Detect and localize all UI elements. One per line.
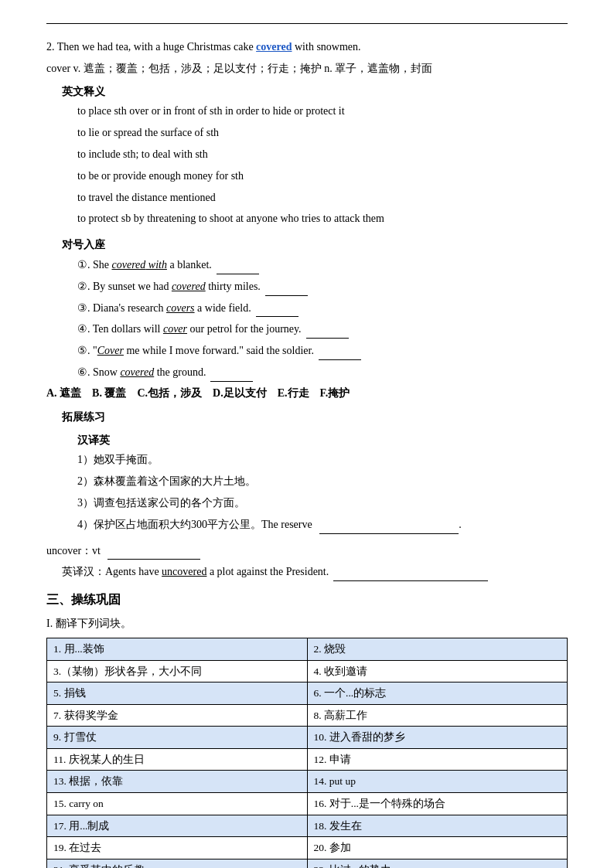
pairing-item-6: ⑥. Snow covered the ground. <box>77 363 568 382</box>
cover-definition-block: cover v. 遮盖；覆盖；包括，涉及；足以支付；行走；掩护 n. 罩子，遮盖… <box>46 60 568 228</box>
table-cell-right-6: 14. put up <box>307 771 568 793</box>
top-divider <box>46 23 568 24</box>
def-6: to protect sb by threatening to shoot at… <box>77 209 568 228</box>
table-cell-left-0: 1. 用...装饰 <box>47 638 308 660</box>
page: 2. Then we had tea, with a huge Christma… <box>0 0 614 868</box>
table-cell-left-2: 5. 捐钱 <box>47 682 308 705</box>
table-cell-left-6: 13. 根据，依靠 <box>47 771 308 793</box>
pairing-mid-4: our petrol for the journey. <box>187 323 302 335</box>
pairing-word-5: Cover <box>97 345 124 356</box>
pairing-word2-1: with <box>145 259 167 271</box>
pairing-word-1: covered <box>112 259 146 271</box>
table-cell-right-1: 4. 收到邀请 <box>307 660 568 682</box>
section3-title: 三、操练巩固 <box>46 592 568 608</box>
uncover-section: uncover：vt <box>46 542 568 560</box>
answer-line-3 <box>256 316 298 317</box>
table-cell-left-1: 3.（某物）形状各异，大小不同 <box>47 660 308 682</box>
en-translate-answer-line <box>333 580 488 581</box>
pairing-mid-3: a wide field. <box>195 302 251 314</box>
translate-item-2: 2）森林覆盖着这个国家的大片土地。 <box>77 472 568 491</box>
translate-item-1: 1）她双手掩面。 <box>77 451 568 469</box>
answer-line-2 <box>265 295 308 296</box>
pairing-pre-2: By sunset we had <box>93 281 172 292</box>
pairing-item-3: ③. Diana's research covers a wide field. <box>77 299 568 318</box>
pairing-word-6: covered <box>120 366 154 378</box>
answer-line-4 <box>306 338 349 339</box>
pairing-num-4: ④ <box>77 323 87 335</box>
sentence-2-suffix: with snowmen. <box>292 41 361 53</box>
cover-chinese-def: cover v. 遮盖；覆盖；包括，涉及；足以支付；行走；掩护 n. 罩子，遮盖… <box>46 60 568 78</box>
def-3: to include sth; to deal with sth <box>77 145 568 164</box>
sentence-2-covered: covered <box>256 41 292 53</box>
answer-line-1 <box>217 274 259 274</box>
uncover-label: uncover：vt <box>46 545 103 557</box>
sentence-2: 2. Then we had tea, with a huge Christma… <box>46 38 568 56</box>
options-row: A. 遮盖 B. 覆盖 C.包括，涉及 D.足以支付 E.行走 F.掩护 <box>46 386 568 400</box>
section3: 三、操练巩固 I. 翻译下列词块。 1. 用...装饰2. 烧毁3.（某物）形状… <box>46 592 568 868</box>
pairing-pre-1: She <box>93 259 112 271</box>
pairing-mid-5: me while I move forward." said the soldi… <box>124 345 314 356</box>
translate-item-4-text: 4）保护区占地面积大约300平方公里。The reserve <box>77 519 315 530</box>
pairing-label: 对号入座 <box>62 236 568 254</box>
table-cell-right-3: 8. 高薪工作 <box>307 704 568 727</box>
exercise-table: 1. 用...装饰2. 烧毁3.（某物）形状各异，大小不同4. 收到邀请5. 捐… <box>46 638 568 868</box>
pairing-num-5: ⑤ <box>77 345 87 356</box>
pairing-word-2: covered <box>172 281 206 292</box>
pairing-word-4: cover <box>163 323 187 335</box>
pairing-word-3: covers <box>166 302 195 314</box>
english-def-label: 英文释义 <box>62 83 568 101</box>
def-5: to travel the distance mentioned <box>77 189 568 207</box>
pairing-item-2: ②. By sunset we had covered thirty miles… <box>77 277 568 296</box>
en-translate-rest: a plot against the President. <box>206 566 329 577</box>
table-cell-right-0: 2. 烧毁 <box>307 638 568 660</box>
pairing-post-1: a blanket. <box>167 259 212 271</box>
table-cell-left-9: 19. 在过去 <box>47 837 308 859</box>
answer-line-5 <box>319 359 361 360</box>
pairing-pre-3: Diana's research <box>93 302 166 314</box>
pairing-num-1: ① <box>77 259 87 271</box>
pairing-mid-2: thirty miles. <box>206 281 261 292</box>
table-cell-left-10: 21. 享受其中的乐趣 <box>47 859 308 868</box>
def-4: to be or provide enough money for sth <box>77 167 568 186</box>
table-cell-right-2: 6. 一个...的标志 <box>307 682 568 705</box>
pairing-item-4: ④. Ten dollars will cover our petrol for… <box>77 320 568 339</box>
en-translate-word: uncovered <box>162 566 206 577</box>
table-cell-left-5: 11. 庆祝某人的生日 <box>47 748 308 771</box>
pairing-pre-6: Snow <box>93 366 120 378</box>
table-cell-left-3: 7. 获得奖学金 <box>47 704 308 727</box>
pairing-pre-4: Ten dollars will <box>93 323 163 335</box>
pairing-item-1: ①. She covered with a blanket. <box>77 256 568 274</box>
en-translate-section: 英译汉：Agents have uncovered a plot against… <box>62 563 568 581</box>
translate-item-3: 3）调查包括送家公司的各个方面。 <box>77 494 568 512</box>
section3-sub: I. 翻译下列词块。 <box>46 614 568 633</box>
expand-label: 拓展练习 <box>62 408 568 427</box>
pairing-num-3: ③ <box>77 302 87 314</box>
translate-item-4: 4）保护区占地面积大约300平方公里。The reserve . <box>77 516 568 534</box>
translate-answer-line-4 <box>319 533 459 534</box>
def-1: to place sth over or in front of sth in … <box>77 102 568 121</box>
expand-section: 拓展练习 汉译英 1）她双手掩面。 2）森林覆盖着这个国家的大片土地。 3）调查… <box>46 408 568 534</box>
pairing-item-5: ⑤. "Cover me while I move forward." said… <box>77 342 568 360</box>
pairing-num-2: ② <box>77 281 87 292</box>
table-cell-right-7: 16. 对于...是一个特殊的场合 <box>307 793 568 815</box>
pairing-mid-6: the ground. <box>154 366 206 378</box>
uncover-answer-line <box>107 559 200 560</box>
table-cell-left-4: 9. 打雪仗 <box>47 727 308 749</box>
pairing-num-6: ⑥ <box>77 366 87 378</box>
en-translate-label: 英译汉：Agents have <box>62 566 162 577</box>
pairing-section: 对号入座 ①. She covered with a blanket. ②. B… <box>46 236 568 400</box>
table-cell-right-10: 22. 比过...的势力 <box>307 859 568 868</box>
table-cell-right-8: 18. 发生在 <box>307 815 568 837</box>
answer-line-6 <box>210 381 253 382</box>
table-cell-right-5: 12. 申请 <box>307 748 568 771</box>
table-cell-left-7: 15. carry on <box>47 793 308 815</box>
def-2: to lie or spread the surface of sth <box>77 124 568 142</box>
table-cell-right-4: 10. 进入香甜的梦乡 <box>307 727 568 749</box>
table-cell-right-9: 20. 参加 <box>307 837 568 859</box>
translate-cn-en-label: 汉译英 <box>77 431 568 450</box>
table-cell-left-8: 17. 用...制成 <box>47 815 308 837</box>
sentence-2-prefix: 2. Then we had tea, with a huge Christma… <box>46 41 256 53</box>
